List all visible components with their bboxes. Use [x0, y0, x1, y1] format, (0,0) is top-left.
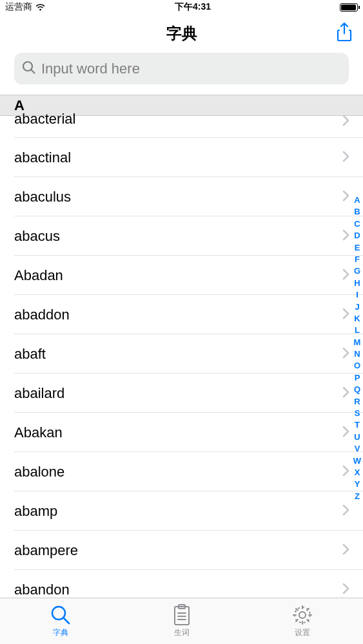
index-letter[interactable]: O	[353, 361, 362, 372]
word-text: abailard	[14, 385, 64, 402]
chevron-right-icon	[342, 504, 350, 518]
index-letter[interactable]: P	[353, 373, 362, 384]
tab-bar: 字典 生词 设置	[0, 598, 363, 644]
word-text: abacterial	[14, 111, 75, 128]
index-letter[interactable]: X	[353, 468, 362, 478]
index-letter[interactable]: J	[353, 302, 362, 313]
tab-label: 设置	[295, 627, 310, 638]
index-letter[interactable]: K	[353, 314, 362, 325]
index-letter[interactable]: S	[353, 408, 362, 419]
word-text: abamp	[14, 503, 57, 520]
chevron-right-icon	[342, 229, 350, 243]
index-letter[interactable]: C	[353, 219, 362, 230]
word-row[interactable]: abaddon	[0, 295, 363, 334]
chevron-right-icon	[342, 426, 350, 440]
index-letter[interactable]: U	[353, 432, 362, 443]
wifi-icon	[35, 3, 46, 12]
share-button[interactable]	[336, 22, 353, 45]
chevron-right-icon	[342, 386, 350, 401]
index-letter[interactable]: G	[353, 266, 362, 277]
nav-bar: 字典	[0, 14, 363, 53]
time-label: 下午4:31	[175, 1, 211, 13]
svg-point-4	[299, 612, 306, 618]
search-icon	[22, 61, 36, 77]
index-letter[interactable]: W	[353, 456, 362, 467]
index-letter[interactable]: B	[353, 207, 362, 218]
chevron-right-icon	[342, 465, 350, 479]
index-letter[interactable]: L	[353, 325, 362, 336]
word-row[interactable]: abaculus	[0, 177, 363, 216]
gear-icon	[291, 604, 313, 626]
word-row[interactable]: abailard	[0, 374, 363, 413]
index-letter[interactable]: D	[353, 231, 362, 242]
word-text: abaft	[14, 346, 46, 363]
tab-label: 生词	[174, 627, 190, 638]
word-text: Abakan	[14, 424, 63, 441]
word-text: Abadan	[14, 267, 63, 284]
page-title: 字典	[166, 23, 197, 44]
chevron-right-icon	[342, 544, 350, 558]
index-letter[interactable]: I	[353, 290, 362, 301]
chevron-right-icon	[342, 269, 350, 283]
carrier-label: 运营商	[5, 1, 32, 13]
search-placeholder: Input word here	[41, 61, 140, 77]
status-bar: 运营商 下午4:31	[0, 0, 363, 14]
chevron-right-icon	[342, 308, 350, 322]
search-icon	[50, 604, 72, 626]
index-letter[interactable]: T	[353, 420, 362, 431]
index-letter[interactable]: F	[353, 254, 362, 265]
word-row[interactable]: abactinal	[0, 138, 363, 177]
search-input[interactable]: Input word here	[14, 53, 349, 84]
tab-vocabulary[interactable]: 生词	[121, 598, 242, 644]
word-text: abaculus	[14, 189, 71, 205]
word-row[interactable]: Abadan	[0, 256, 363, 295]
svg-point-1	[52, 607, 65, 620]
index-letter[interactable]: Q	[353, 384, 362, 395]
word-text: abandon	[14, 582, 70, 598]
chevron-right-icon	[342, 190, 350, 204]
word-row[interactable]: abampere	[0, 531, 363, 570]
battery-icon	[340, 3, 358, 12]
word-text: abampere	[14, 542, 78, 559]
word-row[interactable]: abamp	[0, 491, 363, 531]
index-letter[interactable]: R	[353, 397, 362, 408]
chevron-right-icon	[342, 151, 350, 165]
word-list: abacterialabactinalabaculusabacusAbadana…	[0, 116, 363, 598]
word-row[interactable]: Abakan	[0, 413, 363, 452]
chevron-right-icon	[342, 347, 350, 361]
svg-rect-2	[175, 607, 189, 625]
tab-label: 字典	[53, 627, 68, 638]
index-letter[interactable]: A	[353, 195, 362, 206]
index-letter[interactable]: M	[353, 337, 362, 348]
word-row[interactable]: abacterial	[0, 116, 363, 138]
tab-dictionary[interactable]: 字典	[0, 598, 121, 644]
tab-settings[interactable]: 设置	[242, 598, 363, 644]
index-letter[interactable]: Y	[353, 479, 362, 490]
index-letter[interactable]: E	[353, 243, 362, 254]
chevron-right-icon	[342, 115, 350, 129]
word-row[interactable]: abacus	[0, 216, 363, 256]
index-letter[interactable]: N	[353, 349, 362, 360]
chevron-right-icon	[342, 583, 350, 597]
word-text: abacus	[14, 228, 60, 245]
alpha-index[interactable]: ABCDEFGHIJKLMNOPQRSTUVWXYZ	[353, 195, 362, 502]
index-letter[interactable]: H	[353, 278, 362, 289]
index-letter[interactable]: Z	[353, 491, 362, 502]
word-row[interactable]: abandon	[0, 570, 363, 598]
clipboard-icon	[172, 604, 191, 626]
word-text: abalone	[14, 464, 64, 480]
word-row[interactable]: abaft	[0, 334, 363, 374]
index-letter[interactable]: V	[353, 444, 362, 455]
word-text: abactinal	[14, 149, 71, 166]
word-row[interactable]: abalone	[0, 452, 363, 491]
word-text: abaddon	[14, 307, 70, 323]
